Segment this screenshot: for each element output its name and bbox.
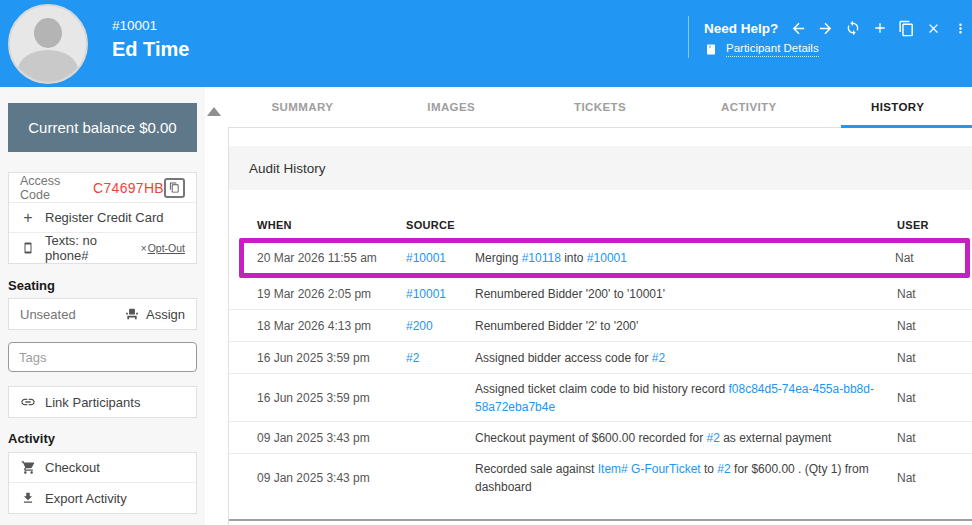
participant-number: #10001 bbox=[112, 18, 157, 33]
source-link[interactable]: #10001 bbox=[406, 287, 446, 301]
description-text: into bbox=[561, 251, 587, 265]
row-user: Nat bbox=[897, 431, 947, 445]
row-user: Nat bbox=[897, 319, 947, 333]
access-code-label: Access Code bbox=[20, 174, 86, 202]
tab-tickets[interactable]: TICKETS bbox=[526, 87, 675, 127]
row-when: 16 Jun 2025 3:59 pm bbox=[257, 391, 406, 405]
row-when: 18 Mar 2026 4:13 pm bbox=[257, 319, 406, 333]
collapse-panel-arrow-icon[interactable] bbox=[207, 107, 221, 116]
row-description: Assigned bidder access code for #2 bbox=[475, 349, 875, 367]
row-user: Nat bbox=[897, 471, 947, 485]
row-source: #10001 bbox=[406, 251, 475, 265]
assign-seat-button[interactable]: Assign bbox=[124, 307, 185, 322]
checkout-button[interactable]: Checkout bbox=[9, 453, 196, 483]
row-description: Renumbered Bidder '2' to '200' bbox=[475, 317, 875, 335]
header-divider bbox=[688, 16, 689, 58]
record-link[interactable]: #2 bbox=[652, 351, 665, 365]
participant-sidebar: Current balance $0.00 Access Code C74697… bbox=[0, 87, 205, 525]
add-icon[interactable] bbox=[871, 19, 888, 37]
source-link[interactable]: #10001 bbox=[406, 251, 446, 265]
tab-summary[interactable]: SUMMARY bbox=[228, 87, 377, 127]
access-code-row: Access Code C74697HB bbox=[9, 173, 196, 203]
opt-out-link[interactable]: ×Opt-Out bbox=[141, 242, 185, 254]
seat-icon bbox=[124, 307, 140, 321]
audit-row: 16 Jun 2025 3:59 pm#2Assigned bidder acc… bbox=[229, 342, 972, 374]
row-description: Recorded sale against Item# G-FourTicket… bbox=[475, 460, 875, 496]
tags-input[interactable] bbox=[8, 342, 197, 372]
export-activity-button[interactable]: Export Activity bbox=[9, 483, 196, 513]
row-description: Renumbered Bidder '200' to '10001' bbox=[475, 285, 875, 303]
row-description: Assigned ticket claim code to bid histor… bbox=[475, 380, 875, 416]
participant-header: #10001 Ed Time Need Help? Participant De… bbox=[0, 0, 972, 87]
description-text: Renumbered Bidder '200' to '10001' bbox=[475, 287, 665, 301]
column-when: WHEN bbox=[257, 219, 406, 231]
link-icon bbox=[20, 394, 36, 410]
checkout-label: Checkout bbox=[45, 460, 100, 475]
avatar-silhouette-head bbox=[34, 18, 62, 48]
description-text: Renumbered Bidder '2' to '200' bbox=[475, 319, 638, 333]
close-icon[interactable] bbox=[925, 19, 942, 37]
export-activity-label: Export Activity bbox=[45, 491, 127, 506]
avatar bbox=[8, 4, 88, 84]
texts-status: Texts: no phone# bbox=[45, 233, 141, 263]
row-source: #10001 bbox=[406, 287, 475, 301]
row-when: 09 Jan 2025 3:43 pm bbox=[257, 471, 406, 485]
activity-card: Checkout Export Activity bbox=[8, 452, 197, 514]
record-link[interactable]: #2 bbox=[706, 431, 719, 445]
sync-icon[interactable] bbox=[844, 19, 861, 37]
tab-images[interactable]: IMAGES bbox=[377, 87, 526, 127]
copy-access-code-button[interactable] bbox=[164, 178, 185, 198]
record-link[interactable]: #2 bbox=[717, 462, 730, 476]
row-description: Merging #10118 into #10001 bbox=[475, 249, 875, 267]
description-text: Assigned ticket claim code to bid histor… bbox=[475, 382, 728, 396]
column-source: SOURCE bbox=[406, 219, 475, 231]
kebab-icon[interactable] bbox=[952, 19, 969, 37]
link-participants-label: Link Participants bbox=[45, 395, 140, 410]
need-help-link[interactable]: Need Help? bbox=[704, 21, 778, 36]
assign-label: Assign bbox=[146, 307, 185, 322]
tab-history[interactable]: HISTORY bbox=[823, 87, 972, 127]
register-credit-card-button[interactable]: + Register Credit Card bbox=[9, 203, 196, 233]
audit-row: 09 Jan 2025 3:43 pmCheckout payment of $… bbox=[229, 422, 972, 454]
seating-card: Unseated Assign bbox=[8, 298, 197, 330]
activity-heading: Activity bbox=[8, 431, 55, 446]
participant-details-link[interactable]: Participant Details bbox=[726, 42, 819, 57]
audit-table-body: 20 Mar 2026 11:55 am#10001Merging #10118… bbox=[229, 238, 972, 502]
back-icon[interactable] bbox=[790, 19, 807, 37]
download-icon bbox=[20, 491, 36, 505]
contact-card: Access Code C74697HB + Register Credit C… bbox=[8, 172, 197, 264]
row-user: Nat bbox=[897, 287, 947, 301]
description-text: as external payment bbox=[720, 431, 831, 445]
row-source: #200 bbox=[406, 319, 475, 333]
record-link[interactable]: #10118 bbox=[522, 251, 561, 265]
record-link[interactable]: #10001 bbox=[587, 251, 627, 265]
seat-status: Unseated bbox=[20, 307, 76, 322]
book-icon bbox=[705, 43, 717, 56]
plus-icon: + bbox=[20, 209, 36, 227]
row-when: 19 Mar 2026 2:05 pm bbox=[257, 287, 406, 301]
source-link[interactable]: #200 bbox=[406, 319, 433, 333]
phone-icon bbox=[20, 241, 36, 255]
audit-row: 18 Mar 2026 4:13 pm#200Renumbered Bidder… bbox=[229, 310, 972, 342]
access-code-value: C74697HB bbox=[93, 180, 164, 196]
duplicate-icon[interactable] bbox=[898, 19, 915, 37]
table-bottom-border bbox=[229, 519, 972, 521]
audit-history-title: Audit History bbox=[229, 146, 972, 190]
record-link[interactable]: Item# G-FourTicket bbox=[598, 462, 701, 476]
forward-icon[interactable] bbox=[817, 19, 834, 37]
source-link[interactable]: #2 bbox=[406, 351, 419, 365]
window-controls bbox=[790, 19, 969, 37]
description-text: Merging bbox=[475, 251, 522, 265]
row-source: #2 bbox=[406, 351, 475, 365]
row-user: Nat bbox=[897, 351, 947, 365]
tab-activity[interactable]: ACTIVITY bbox=[674, 87, 823, 127]
column-user: USER bbox=[897, 219, 947, 231]
cart-icon bbox=[20, 460, 36, 475]
x-icon: × bbox=[141, 243, 147, 254]
current-balance-panel: Current balance $0.00 bbox=[8, 103, 197, 152]
register-credit-card-label: Register Credit Card bbox=[45, 210, 164, 225]
link-participants-button[interactable]: Link Participants bbox=[9, 387, 196, 417]
description-text: Recorded sale against bbox=[475, 462, 598, 476]
row-user: Nat bbox=[897, 391, 947, 405]
audit-row: 16 Jun 2025 3:59 pmAssigned ticket claim… bbox=[229, 374, 972, 422]
